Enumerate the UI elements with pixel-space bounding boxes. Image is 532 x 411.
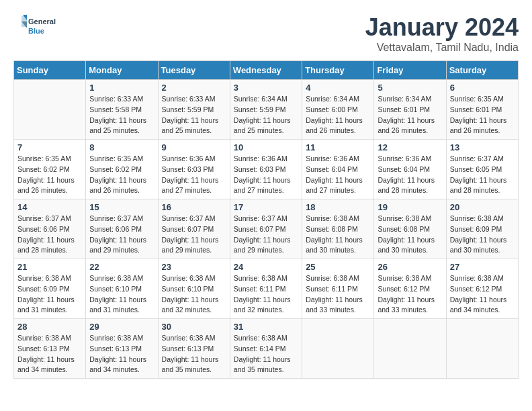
header: General Blue January 2024 Vettavalam, Ta… xyxy=(13,13,519,54)
day-detail: Sunrise: 6:36 AMSunset: 6:04 PMDaylight:… xyxy=(306,154,363,194)
table-row: 25 Sunrise: 6:38 AMSunset: 6:11 PMDaylig… xyxy=(302,259,374,319)
day-number: 8 xyxy=(89,142,154,152)
table-row xyxy=(14,80,86,140)
day-number: 21 xyxy=(17,262,82,272)
col-friday: Friday xyxy=(374,61,446,80)
day-detail: Sunrise: 6:38 AMSunset: 6:14 PMDaylight:… xyxy=(234,334,291,373)
day-number: 14 xyxy=(17,202,82,212)
day-number: 3 xyxy=(234,83,298,93)
logo: General Blue xyxy=(13,13,67,40)
day-number: 26 xyxy=(378,262,442,272)
table-row: 27 Sunrise: 6:38 AMSunset: 6:12 PMDaylig… xyxy=(446,259,518,319)
day-detail: Sunrise: 6:38 AMSunset: 6:09 PMDaylight:… xyxy=(450,214,507,254)
table-row: 17 Sunrise: 6:37 AMSunset: 6:07 PMDaylig… xyxy=(230,199,302,259)
day-detail: Sunrise: 6:35 AMSunset: 6:01 PMDaylight:… xyxy=(450,95,507,134)
day-detail: Sunrise: 6:33 AMSunset: 5:58 PMDaylight:… xyxy=(89,95,146,134)
day-number: 9 xyxy=(162,142,226,152)
table-row: 1 Sunrise: 6:33 AMSunset: 5:58 PMDayligh… xyxy=(86,80,158,140)
day-number: 29 xyxy=(89,322,154,332)
day-detail: Sunrise: 6:34 AMSunset: 6:01 PMDaylight:… xyxy=(378,95,435,134)
day-detail: Sunrise: 6:35 AMSunset: 6:02 PMDaylight:… xyxy=(17,154,75,194)
day-detail: Sunrise: 6:36 AMSunset: 6:03 PMDaylight:… xyxy=(162,154,219,194)
table-row: 11 Sunrise: 6:36 AMSunset: 6:04 PMDaylig… xyxy=(302,140,374,199)
week-row-5: 28 Sunrise: 6:38 AMSunset: 6:13 PMDaylig… xyxy=(14,319,519,379)
table-row xyxy=(302,319,374,379)
day-number: 22 xyxy=(89,262,154,272)
table-row: 30 Sunrise: 6:38 AMSunset: 6:13 PMDaylig… xyxy=(158,319,230,379)
day-detail: Sunrise: 6:38 AMSunset: 6:10 PMDaylight:… xyxy=(89,274,146,314)
day-number: 5 xyxy=(378,83,442,93)
calendar-title: January 2024 xyxy=(365,13,519,42)
svg-text:Blue: Blue xyxy=(28,27,44,35)
table-row: 21 Sunrise: 6:38 AMSunset: 6:09 PMDaylig… xyxy=(14,259,86,319)
header-row: Sunday Monday Tuesday Wednesday Thursday… xyxy=(14,61,519,80)
day-detail: Sunrise: 6:38 AMSunset: 6:13 PMDaylight:… xyxy=(17,334,75,373)
table-row: 8 Sunrise: 6:35 AMSunset: 6:02 PMDayligh… xyxy=(86,140,158,199)
table-row: 14 Sunrise: 6:37 AMSunset: 6:06 PMDaylig… xyxy=(14,199,86,259)
day-number: 27 xyxy=(450,262,515,272)
day-detail: Sunrise: 6:38 AMSunset: 6:13 PMDaylight:… xyxy=(89,334,146,373)
calendar-table: Sunday Monday Tuesday Wednesday Thursday… xyxy=(13,60,519,379)
day-number: 30 xyxy=(162,322,226,332)
table-row: 24 Sunrise: 6:38 AMSunset: 6:11 PMDaylig… xyxy=(230,259,302,319)
table-row: 23 Sunrise: 6:38 AMSunset: 6:10 PMDaylig… xyxy=(158,259,230,319)
table-row xyxy=(446,319,518,379)
table-row: 2 Sunrise: 6:33 AMSunset: 5:59 PMDayligh… xyxy=(158,80,230,140)
day-detail: Sunrise: 6:38 AMSunset: 6:13 PMDaylight:… xyxy=(162,334,219,373)
day-detail: Sunrise: 6:38 AMSunset: 6:08 PMDaylight:… xyxy=(306,214,363,254)
table-row: 5 Sunrise: 6:34 AMSunset: 6:01 PMDayligh… xyxy=(374,80,446,140)
table-row: 20 Sunrise: 6:38 AMSunset: 6:09 PMDaylig… xyxy=(446,199,518,259)
table-row: 31 Sunrise: 6:38 AMSunset: 6:14 PMDaylig… xyxy=(230,319,302,379)
table-row: 16 Sunrise: 6:37 AMSunset: 6:07 PMDaylig… xyxy=(158,199,230,259)
day-detail: Sunrise: 6:33 AMSunset: 5:59 PMDaylight:… xyxy=(162,95,219,134)
day-detail: Sunrise: 6:37 AMSunset: 6:06 PMDaylight:… xyxy=(17,214,75,254)
col-monday: Monday xyxy=(86,61,158,80)
col-saturday: Saturday xyxy=(446,61,518,80)
table-row: 6 Sunrise: 6:35 AMSunset: 6:01 PMDayligh… xyxy=(446,80,518,140)
day-number: 7 xyxy=(17,142,82,152)
day-detail: Sunrise: 6:38 AMSunset: 6:11 PMDaylight:… xyxy=(306,274,363,314)
table-row: 15 Sunrise: 6:37 AMSunset: 6:06 PMDaylig… xyxy=(86,199,158,259)
day-number: 11 xyxy=(306,142,370,152)
day-detail: Sunrise: 6:36 AMSunset: 6:03 PMDaylight:… xyxy=(234,154,291,194)
day-number: 28 xyxy=(17,322,82,332)
day-detail: Sunrise: 6:37 AMSunset: 6:07 PMDaylight:… xyxy=(234,214,291,254)
day-detail: Sunrise: 6:38 AMSunset: 6:10 PMDaylight:… xyxy=(162,274,219,314)
day-number: 24 xyxy=(234,262,298,272)
day-number: 23 xyxy=(162,262,226,272)
col-thursday: Thursday xyxy=(302,61,374,80)
week-row-2: 7 Sunrise: 6:35 AMSunset: 6:02 PMDayligh… xyxy=(14,140,519,199)
day-detail: Sunrise: 6:37 AMSunset: 6:05 PMDaylight:… xyxy=(450,154,507,194)
table-row: 13 Sunrise: 6:37 AMSunset: 6:05 PMDaylig… xyxy=(446,140,518,199)
week-row-4: 21 Sunrise: 6:38 AMSunset: 6:09 PMDaylig… xyxy=(14,259,519,319)
day-number: 4 xyxy=(306,83,370,93)
day-number: 12 xyxy=(378,142,442,152)
table-row: 28 Sunrise: 6:38 AMSunset: 6:13 PMDaylig… xyxy=(14,319,86,379)
day-number: 1 xyxy=(89,83,154,93)
title-block: January 2024 Vettavalam, Tamil Nadu, Ind… xyxy=(365,13,519,54)
table-row: 22 Sunrise: 6:38 AMSunset: 6:10 PMDaylig… xyxy=(86,259,158,319)
table-row: 10 Sunrise: 6:36 AMSunset: 6:03 PMDaylig… xyxy=(230,140,302,199)
col-wednesday: Wednesday xyxy=(230,61,302,80)
day-detail: Sunrise: 6:38 AMSunset: 6:12 PMDaylight:… xyxy=(450,274,507,314)
logo-svg: General Blue xyxy=(13,13,67,40)
calendar-subtitle: Vettavalam, Tamil Nadu, India xyxy=(365,42,519,54)
svg-text:General: General xyxy=(28,17,56,26)
table-row: 3 Sunrise: 6:34 AMSunset: 5:59 PMDayligh… xyxy=(230,80,302,140)
table-row: 7 Sunrise: 6:35 AMSunset: 6:02 PMDayligh… xyxy=(14,140,86,199)
day-number: 2 xyxy=(162,83,226,93)
table-row: 9 Sunrise: 6:36 AMSunset: 6:03 PMDayligh… xyxy=(158,140,230,199)
table-row: 4 Sunrise: 6:34 AMSunset: 6:00 PMDayligh… xyxy=(302,80,374,140)
day-detail: Sunrise: 6:38 AMSunset: 6:11 PMDaylight:… xyxy=(234,274,291,314)
day-number: 19 xyxy=(378,202,442,212)
day-detail: Sunrise: 6:34 AMSunset: 5:59 PMDaylight:… xyxy=(234,95,291,134)
day-detail: Sunrise: 6:38 AMSunset: 6:12 PMDaylight:… xyxy=(378,274,435,314)
table-row: 26 Sunrise: 6:38 AMSunset: 6:12 PMDaylig… xyxy=(374,259,446,319)
col-tuesday: Tuesday xyxy=(158,61,230,80)
day-number: 31 xyxy=(234,322,298,332)
table-row: 18 Sunrise: 6:38 AMSunset: 6:08 PMDaylig… xyxy=(302,199,374,259)
table-row: 29 Sunrise: 6:38 AMSunset: 6:13 PMDaylig… xyxy=(86,319,158,379)
col-sunday: Sunday xyxy=(14,61,86,80)
week-row-3: 14 Sunrise: 6:37 AMSunset: 6:06 PMDaylig… xyxy=(14,199,519,259)
day-detail: Sunrise: 6:36 AMSunset: 6:04 PMDaylight:… xyxy=(378,154,435,194)
